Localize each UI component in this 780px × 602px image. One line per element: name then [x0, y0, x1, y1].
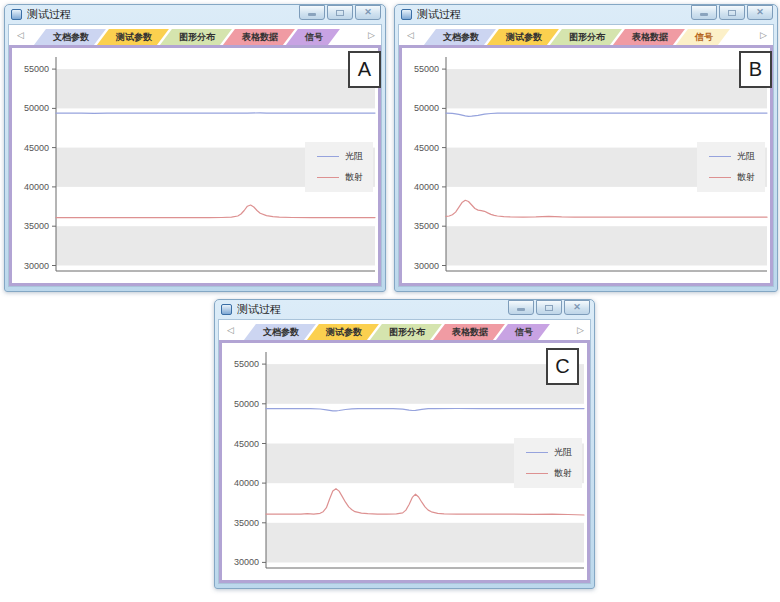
tab-scroll-right-icon[interactable]: ▷	[758, 27, 769, 43]
minimize-button[interactable]	[299, 5, 325, 20]
legend-line-icon	[526, 452, 548, 453]
minimize-button[interactable]	[508, 300, 534, 315]
tab-graph-distribution[interactable]: 图形分布	[550, 29, 622, 45]
tab-table-data[interactable]: 表格数据	[433, 324, 505, 340]
svg-text:40000: 40000	[24, 182, 49, 192]
legend-label: 散射	[737, 171, 755, 184]
close-button[interactable]: ✕	[747, 5, 773, 20]
svg-text:40000: 40000	[414, 182, 439, 192]
tab-test-params[interactable]: 测试参数	[487, 29, 559, 45]
tab-strip: ◁ 文档参数 测试参数 图形分布 表格数据 信号 ▷	[9, 25, 381, 45]
legend-label: 散射	[345, 171, 363, 184]
tab-graph-distribution[interactable]: 图形分布	[160, 29, 232, 45]
tab-graph-distribution[interactable]: 图形分布	[370, 324, 442, 340]
maximize-button[interactable]	[719, 5, 745, 20]
maximize-button[interactable]	[536, 300, 562, 315]
titlebar[interactable]: 测试过程 ✕	[215, 300, 594, 319]
signal-tab-page: 300003500040000450005000055000 光阻 散射	[219, 340, 590, 583]
tabs: 文档参数 测试参数 图形分布 表格数据 信号	[26, 28, 366, 45]
legend-item: 散射	[526, 467, 572, 480]
window-a: 测试过程 ✕ ◁ 文档参数 测试参数 图形分布 表格数据 信号 ▷ 300003…	[4, 4, 386, 292]
legend-label: 光阻	[737, 150, 755, 163]
window-title: 测试过程	[27, 7, 299, 22]
tab-scroll-left-icon[interactable]: ◁	[405, 27, 416, 43]
window-b: 测试过程 ✕ ◁ 文档参数 测试参数 图形分布 表格数据 信号 ▷ 300003…	[394, 4, 778, 292]
maximize-button[interactable]	[327, 5, 353, 20]
titlebar[interactable]: 测试过程 ✕	[5, 5, 385, 24]
close-icon: ✕	[756, 8, 764, 17]
minimize-icon	[308, 13, 316, 16]
tab-scroll-right-icon[interactable]: ▷	[366, 27, 377, 43]
svg-text:55000: 55000	[234, 359, 259, 369]
chart-legend: 光阻 散射	[514, 438, 582, 488]
svg-text:55000: 55000	[414, 64, 439, 74]
tab-test-params[interactable]: 测试参数	[97, 29, 169, 45]
svg-text:35000: 35000	[414, 221, 439, 231]
close-icon: ✕	[364, 8, 372, 17]
legend-line-icon	[317, 156, 339, 157]
minimize-button[interactable]	[691, 5, 717, 20]
tab-test-params[interactable]: 测试参数	[307, 324, 379, 340]
tab-document-params[interactable]: 文档参数	[34, 29, 106, 45]
titlebar[interactable]: 测试过程 ✕	[395, 5, 777, 24]
svg-text:45000: 45000	[414, 143, 439, 153]
legend-line-icon	[709, 177, 731, 178]
legend-item: 光阻	[317, 150, 363, 163]
svg-text:30000: 30000	[234, 557, 259, 567]
minimize-icon	[700, 13, 708, 16]
svg-text:50000: 50000	[24, 103, 49, 113]
svg-text:40000: 40000	[234, 478, 259, 488]
maximize-icon	[336, 10, 344, 16]
svg-text:30000: 30000	[414, 261, 439, 271]
tab-scroll-left-icon[interactable]: ◁	[15, 27, 26, 43]
tab-signal[interactable]: 信号	[496, 324, 550, 340]
tabs: 文档参数 测试参数 图形分布 表格数据 信号	[416, 28, 758, 45]
svg-text:50000: 50000	[234, 399, 259, 409]
tab-strip: ◁ 文档参数 测试参数 图形分布 表格数据 信号 ▷	[399, 25, 773, 45]
maximize-icon	[728, 10, 736, 16]
window-title: 测试过程	[417, 7, 691, 22]
window-body: ◁ 文档参数 测试参数 图形分布 表格数据 信号 ▷ 3000035000400…	[398, 24, 774, 287]
tab-document-params[interactable]: 文档参数	[244, 324, 316, 340]
close-button[interactable]: ✕	[355, 5, 381, 20]
window-title: 测试过程	[237, 302, 508, 317]
svg-text:55000: 55000	[24, 64, 49, 74]
maximize-icon	[545, 305, 553, 311]
tab-table-data[interactable]: 表格数据	[223, 29, 295, 45]
tab-document-params[interactable]: 文档参数	[424, 29, 496, 45]
svg-text:35000: 35000	[234, 518, 259, 528]
letter-badge: B	[739, 51, 772, 88]
svg-text:30000: 30000	[24, 261, 49, 271]
app-icon	[401, 9, 412, 20]
close-button[interactable]: ✕	[564, 300, 590, 315]
chart-legend: 光阻 散射	[697, 142, 765, 192]
legend-item: 光阻	[709, 150, 755, 163]
tab-scroll-right-icon[interactable]: ▷	[575, 322, 586, 338]
legend-line-icon	[317, 177, 339, 178]
svg-text:35000: 35000	[24, 221, 49, 231]
legend-label: 光阻	[345, 150, 363, 163]
signal-tab-page: 300003500040000450005000055000 光阻 散射	[399, 45, 773, 286]
legend-label: 光阻	[554, 446, 572, 459]
close-icon: ✕	[573, 303, 581, 312]
window-body: ◁ 文档参数 测试参数 图形分布 表格数据 信号 ▷ 3000035000400…	[218, 319, 591, 584]
window-controls: ✕	[508, 300, 590, 315]
minimize-icon	[517, 308, 525, 311]
app-icon	[11, 9, 22, 20]
svg-text:45000: 45000	[234, 439, 259, 449]
svg-text:50000: 50000	[414, 103, 439, 113]
legend-item: 散射	[709, 171, 755, 184]
legend-line-icon	[526, 473, 548, 474]
window-controls: ✕	[299, 5, 381, 20]
window-controls: ✕	[691, 5, 773, 20]
tab-scroll-left-icon[interactable]: ◁	[225, 322, 236, 338]
window-body: ◁ 文档参数 测试参数 图形分布 表格数据 信号 ▷ 3000035000400…	[8, 24, 382, 287]
tab-strip: ◁ 文档参数 测试参数 图形分布 表格数据 信号 ▷	[219, 320, 590, 340]
app-icon	[221, 304, 232, 315]
legend-label: 散射	[554, 467, 572, 480]
tab-table-data[interactable]: 表格数据	[613, 29, 685, 45]
window-c: 测试过程 ✕ ◁ 文档参数 测试参数 图形分布 表格数据 信号 ▷ 300003…	[214, 299, 595, 589]
tab-signal[interactable]: 信号	[676, 29, 730, 45]
tab-signal[interactable]: 信号	[286, 29, 340, 45]
letter-badge: A	[348, 51, 381, 88]
